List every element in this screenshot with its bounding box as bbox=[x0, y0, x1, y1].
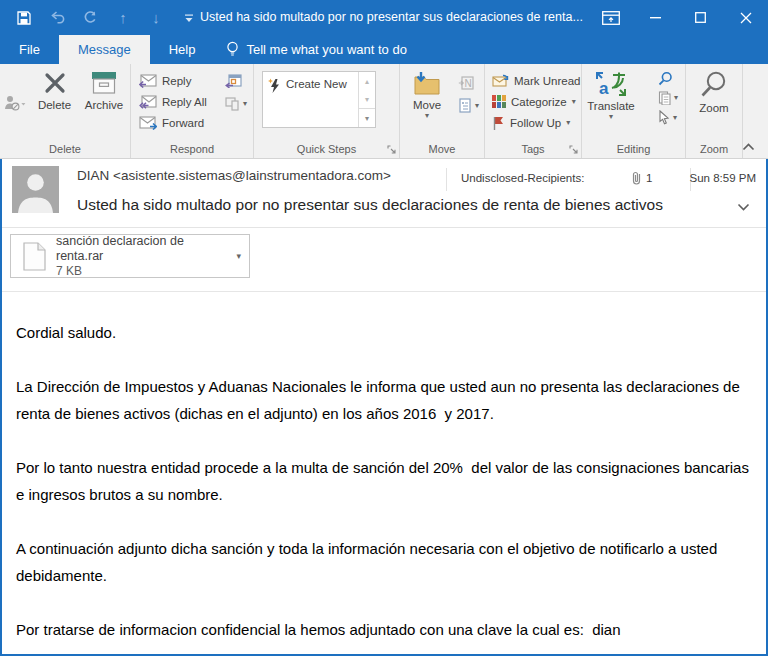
collapse-ribbon-icon[interactable] bbox=[742, 143, 755, 151]
recipients-line[interactable]: Undisclosed-Recipients: bbox=[461, 172, 584, 184]
mark-unread-icon bbox=[492, 74, 509, 87]
follow-up-flag-icon bbox=[492, 116, 505, 130]
dropdown-caret: ▾ bbox=[674, 94, 678, 102]
reply-button[interactable]: Reply bbox=[135, 70, 211, 91]
reply-all-button[interactable]: Reply All bbox=[135, 91, 211, 112]
subject-line: Usted ha sido multado por no presentar s… bbox=[77, 196, 697, 214]
maximize-button[interactable] bbox=[678, 0, 723, 35]
sender-line[interactable]: DIAN <asistente.sistemas@lainstrumentado… bbox=[77, 168, 391, 183]
body-paragraph: La Dirección de Impuestos y Aduanas Naci… bbox=[16, 373, 753, 427]
more-respond-actions-button[interactable]: ▾ bbox=[225, 97, 247, 111]
attachment-count: 1 bbox=[646, 172, 652, 184]
dropdown-caret: ▾ bbox=[609, 113, 613, 121]
categorize-button[interactable]: Categorize ▾ bbox=[488, 91, 584, 112]
meeting-button[interactable] bbox=[225, 73, 247, 88]
gallery-scroll-up[interactable]: ▴ bbox=[359, 72, 375, 90]
group-label-editing: Editing bbox=[582, 141, 685, 158]
ribbon-group-delete: Delete Archive Delete bbox=[0, 64, 131, 158]
translate-button[interactable]: a Translate ▾ bbox=[582, 64, 640, 121]
create-new-icon bbox=[268, 78, 281, 94]
minimize-button[interactable] bbox=[633, 0, 678, 35]
body-paragraph: Por lo tanto nuestra entidad procede a l… bbox=[16, 454, 753, 508]
onenote-button[interactable]: N bbox=[458, 76, 479, 90]
body-paragraph: A continuación adjunto dicha sanción y t… bbox=[16, 535, 753, 589]
svg-text:N: N bbox=[464, 78, 471, 89]
file-icon bbox=[23, 242, 46, 271]
ribbon-display-options-icon[interactable] bbox=[588, 0, 633, 35]
group-label-quicksteps: Quick Steps bbox=[254, 141, 399, 158]
related-doc-icon bbox=[658, 91, 671, 105]
junk-button[interactable] bbox=[0, 64, 30, 141]
group-label-move: Move bbox=[400, 141, 484, 158]
follow-up-button[interactable]: Follow Up ▾ bbox=[488, 112, 584, 133]
zoom-magnifier-icon bbox=[699, 70, 729, 99]
tab-file[interactable]: File bbox=[0, 35, 59, 64]
previous-item-icon[interactable]: ↑ bbox=[113, 8, 133, 28]
customize-qat-icon[interactable] bbox=[179, 8, 199, 28]
reply-all-icon bbox=[139, 95, 157, 109]
ribbon-group-editing: a Translate ▾ ▾ ▾ bbox=[582, 64, 686, 158]
reply-icon bbox=[139, 74, 157, 88]
tell-me-box[interactable]: Tell me what you want to do bbox=[214, 35, 418, 64]
zoom-button[interactable]: Zoom bbox=[688, 64, 740, 115]
svg-text:a: a bbox=[599, 79, 609, 97]
redo-icon[interactable] bbox=[80, 8, 100, 28]
find-button[interactable] bbox=[658, 71, 678, 86]
mark-unread-button[interactable]: Mark Unread bbox=[488, 70, 584, 91]
dropdown-caret: ▾ bbox=[566, 119, 570, 127]
translate-icon: a bbox=[595, 70, 627, 97]
dropdown-caret: ▾ bbox=[243, 100, 247, 108]
expand-header-icon[interactable] bbox=[737, 203, 750, 211]
tab-help[interactable]: Help bbox=[150, 35, 215, 64]
dropdown-caret: ▾ bbox=[572, 98, 576, 106]
undo-icon[interactable] bbox=[47, 8, 67, 28]
attachment-chip[interactable]: sanción declaracion de renta.rar 7 KB ▾ bbox=[10, 234, 250, 278]
move-button[interactable]: Move ▾ bbox=[404, 64, 450, 120]
forward-button[interactable]: Forward bbox=[135, 112, 211, 133]
dropdown-caret: ▾ bbox=[673, 114, 677, 122]
gallery-more-button[interactable]: ▾ bbox=[359, 108, 375, 127]
archive-icon bbox=[90, 70, 118, 96]
group-label-delete: Delete bbox=[0, 141, 130, 158]
title-bar: ↑ ↓ Usted ha sido multado por no present… bbox=[0, 0, 768, 35]
attachment-dropdown-caret[interactable]: ▾ bbox=[232, 251, 249, 261]
save-icon[interactable] bbox=[14, 8, 34, 28]
ribbon-group-move: Move ▾ N ▾ Move bbox=[400, 64, 485, 158]
group-label-respond: Respond bbox=[131, 141, 253, 158]
tab-message[interactable]: Message bbox=[59, 35, 150, 64]
archive-button[interactable]: Archive bbox=[79, 64, 129, 112]
ribbon-group-zoom: Zoom Zoom bbox=[686, 64, 743, 158]
create-new-quickstep[interactable]: Create New bbox=[263, 72, 358, 127]
dialog-launcher-icon[interactable] bbox=[569, 145, 578, 154]
next-item-icon[interactable]: ↓ bbox=[146, 8, 166, 28]
body-paragraph: Por tratarse de informacion confidencial… bbox=[16, 616, 753, 643]
ribbon: Delete Archive Delete Reply R bbox=[0, 64, 768, 159]
tell-me-label: Tell me what you want to do bbox=[246, 42, 406, 57]
move-folder-icon bbox=[412, 70, 442, 96]
delete-x-icon bbox=[42, 70, 68, 96]
actions-button[interactable]: ▾ bbox=[458, 98, 479, 113]
quick-access-toolbar: ↑ ↓ bbox=[14, 8, 199, 28]
search-icon bbox=[658, 71, 673, 86]
attachment-name: sanción declaracion de renta.rar bbox=[56, 234, 232, 264]
ribbon-tab-row: File Message Help Tell me what you want … bbox=[0, 35, 768, 64]
attachment-indicator: 1 bbox=[631, 170, 652, 186]
message-body: Cordial saludo. La Dirección de Impuesto… bbox=[2, 292, 766, 643]
forward-icon bbox=[139, 116, 157, 130]
attachment-area: sanción declaracion de renta.rar 7 KB ▾ bbox=[2, 228, 766, 292]
body-paragraph: Cordial saludo. bbox=[16, 319, 753, 346]
dialog-launcher-icon[interactable] bbox=[387, 145, 396, 154]
message-header: DIAN <asistente.sistemas@lainstrumentado… bbox=[2, 159, 766, 228]
delete-button[interactable]: Delete bbox=[30, 64, 79, 112]
select-button[interactable]: ▾ bbox=[658, 110, 678, 125]
window-title: Usted ha sido multado por no presentar s… bbox=[200, 0, 583, 35]
dropdown-caret: ▾ bbox=[475, 102, 479, 110]
gallery-scroll-down[interactable]: ▾ bbox=[359, 90, 375, 108]
header-divider bbox=[446, 168, 447, 191]
close-button[interactable] bbox=[723, 0, 768, 35]
dropdown-caret: ▾ bbox=[425, 112, 429, 120]
attachment-size: 7 KB bbox=[56, 264, 232, 279]
related-button[interactable]: ▾ bbox=[658, 91, 678, 105]
avatar[interactable] bbox=[12, 166, 59, 213]
categorize-icon bbox=[492, 95, 506, 109]
